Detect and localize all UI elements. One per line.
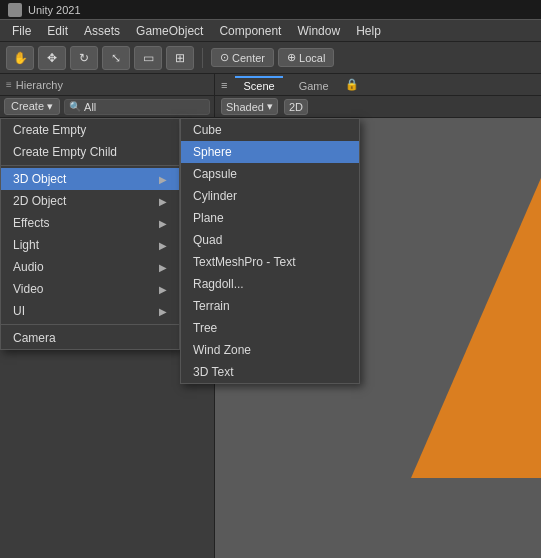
menu-ui[interactable]: UI ▶ bbox=[1, 300, 179, 322]
menu-video-label: Video bbox=[13, 282, 43, 296]
submenu-plane[interactable]: Plane bbox=[181, 207, 359, 229]
rect-tool-button[interactable]: ▭ bbox=[134, 46, 162, 70]
menu-effects-label: Effects bbox=[13, 216, 49, 230]
search-icon: 🔍 bbox=[69, 101, 81, 112]
submenu-terrain[interactable]: Terrain bbox=[181, 295, 359, 317]
scene-object-shape bbox=[411, 178, 541, 478]
submenu-sphere-label: Sphere bbox=[193, 145, 232, 159]
submenu-ragdoll-label: Ragdoll... bbox=[193, 277, 244, 291]
lock-icon: 🔒 bbox=[345, 78, 359, 91]
arrow-video-icon: ▶ bbox=[159, 284, 167, 295]
center-toggle-btn[interactable]: ⊙ Center bbox=[212, 49, 273, 66]
menu-audio[interactable]: Audio ▶ bbox=[1, 256, 179, 278]
menu-light[interactable]: Light ▶ bbox=[1, 234, 179, 256]
menu-camera[interactable]: Camera bbox=[1, 327, 179, 349]
hierarchy-header: ≡ Hierarchy bbox=[0, 74, 214, 96]
submenu-textmeshpro[interactable]: TextMeshPro - Text bbox=[181, 251, 359, 273]
submenu-cube[interactable]: Cube bbox=[181, 119, 359, 141]
menu-gameobject[interactable]: GameObject bbox=[128, 22, 211, 40]
menu-2d-object[interactable]: 2D Object ▶ bbox=[1, 190, 179, 212]
arrow-effects-icon: ▶ bbox=[159, 218, 167, 229]
arrow-3d-icon: ▶ bbox=[159, 174, 167, 185]
submenu-3dtext-label: 3D Text bbox=[193, 365, 233, 379]
submenu-quad[interactable]: Quad bbox=[181, 229, 359, 251]
search-placeholder: All bbox=[84, 101, 96, 113]
local-toggle-label: Local bbox=[299, 52, 325, 64]
menu-file[interactable]: File bbox=[4, 22, 39, 40]
menu-audio-label: Audio bbox=[13, 260, 44, 274]
submenu-cylinder-label: Cylinder bbox=[193, 189, 237, 203]
create-button[interactable]: Create ▾ bbox=[4, 98, 60, 115]
menu-window[interactable]: Window bbox=[289, 22, 348, 40]
menu-3d-object[interactable]: 3D Object ▶ bbox=[1, 168, 179, 190]
2d-button[interactable]: 2D bbox=[284, 99, 308, 115]
shaded-label: Shaded bbox=[226, 101, 264, 113]
hierarchy-title: Hierarchy bbox=[16, 79, 63, 91]
hierarchy-search[interactable]: 🔍 All bbox=[64, 99, 210, 115]
menu-create-empty[interactable]: Create Empty bbox=[1, 119, 179, 141]
app-icon bbox=[8, 3, 22, 17]
pivot-toggle[interactable]: ⊙ Center bbox=[211, 48, 274, 67]
arrow-ui-icon: ▶ bbox=[159, 306, 167, 317]
hierarchy-icon: ≡ bbox=[6, 79, 12, 90]
menu-create-empty-child[interactable]: Create Empty Child bbox=[1, 141, 179, 163]
menu-light-label: Light bbox=[13, 238, 39, 252]
transform-tool-button[interactable]: ⊞ bbox=[166, 46, 194, 70]
menu-effects[interactable]: Effects ▶ bbox=[1, 212, 179, 234]
local-toggle-icon: ⊕ bbox=[287, 51, 296, 64]
submenu-tree-label: Tree bbox=[193, 321, 217, 335]
submenu-3d-objects: Cube Sphere Capsule Cylinder Plane Quad … bbox=[180, 118, 360, 384]
menu-bar: File Edit Assets GameObject Component Wi… bbox=[0, 20, 541, 42]
hierarchy-toolbar: Create ▾ 🔍 All bbox=[0, 96, 214, 118]
title-bar: Unity 2021 bbox=[0, 0, 541, 20]
arrow-light-icon: ▶ bbox=[159, 240, 167, 251]
rotate-tool-button[interactable]: ↻ bbox=[70, 46, 98, 70]
submenu-terrain-label: Terrain bbox=[193, 299, 230, 313]
menu-component[interactable]: Component bbox=[211, 22, 289, 40]
submenu-capsule[interactable]: Capsule bbox=[181, 163, 359, 185]
hierarchy-panel: ≡ Hierarchy Create ▾ 🔍 All Create Empty … bbox=[0, 74, 215, 558]
menu-ui-label: UI bbox=[13, 304, 25, 318]
menu-help[interactable]: Help bbox=[348, 22, 389, 40]
hand-tool-button[interactable]: ✋ bbox=[6, 46, 34, 70]
space-toggle[interactable]: ⊕ Local bbox=[278, 48, 334, 67]
menu-2d-object-label: 2D Object bbox=[13, 194, 66, 208]
menu-create-empty-child-label: Create Empty Child bbox=[13, 145, 117, 159]
center-toggle-icon: ⊙ bbox=[220, 51, 229, 64]
menu-create-empty-label: Create Empty bbox=[13, 123, 86, 137]
menu-camera-label: Camera bbox=[13, 331, 56, 345]
toolbar-separator-1 bbox=[202, 48, 203, 68]
submenu-sphere[interactable]: Sphere bbox=[181, 141, 359, 163]
menu-video[interactable]: Video ▶ bbox=[1, 278, 179, 300]
submenu-cylinder[interactable]: Cylinder bbox=[181, 185, 359, 207]
title-text: Unity 2021 bbox=[28, 4, 81, 16]
submenu-3dtext[interactable]: 3D Text bbox=[181, 361, 359, 383]
game-tab[interactable]: Game bbox=[291, 76, 337, 94]
shaded-dropdown[interactable]: Shaded ▾ bbox=[221, 98, 278, 115]
arrow-2d-icon: ▶ bbox=[159, 196, 167, 207]
submenu-textmeshpro-label: TextMeshPro - Text bbox=[193, 255, 295, 269]
center-toggle-label: Center bbox=[232, 52, 265, 64]
menu-separator-1 bbox=[1, 165, 179, 166]
submenu-cube-label: Cube bbox=[193, 123, 222, 137]
scene-toolbar: Shaded ▾ 2D bbox=[215, 96, 541, 118]
menu-separator-2 bbox=[1, 324, 179, 325]
submenu-windzone[interactable]: Wind Zone bbox=[181, 339, 359, 361]
menu-3d-object-label: 3D Object bbox=[13, 172, 66, 186]
scale-tool-button[interactable]: ⤡ bbox=[102, 46, 130, 70]
scene-header: ≡ Scene Game 🔒 bbox=[215, 74, 541, 96]
submenu-plane-label: Plane bbox=[193, 211, 224, 225]
submenu-capsule-label: Capsule bbox=[193, 167, 237, 181]
2d-label: 2D bbox=[289, 101, 303, 113]
move-tool-button[interactable]: ✥ bbox=[38, 46, 66, 70]
scene-header-icon: ≡ bbox=[221, 79, 227, 91]
local-toggle-btn[interactable]: ⊕ Local bbox=[279, 49, 333, 66]
submenu-quad-label: Quad bbox=[193, 233, 222, 247]
submenu-ragdoll[interactable]: Ragdoll... bbox=[181, 273, 359, 295]
menu-edit[interactable]: Edit bbox=[39, 22, 76, 40]
menu-assets[interactable]: Assets bbox=[76, 22, 128, 40]
main-area: ≡ Hierarchy Create ▾ 🔍 All Create Empty … bbox=[0, 74, 541, 558]
shaded-arrow-icon: ▾ bbox=[267, 100, 273, 113]
submenu-tree[interactable]: Tree bbox=[181, 317, 359, 339]
scene-tab[interactable]: Scene bbox=[235, 76, 282, 94]
